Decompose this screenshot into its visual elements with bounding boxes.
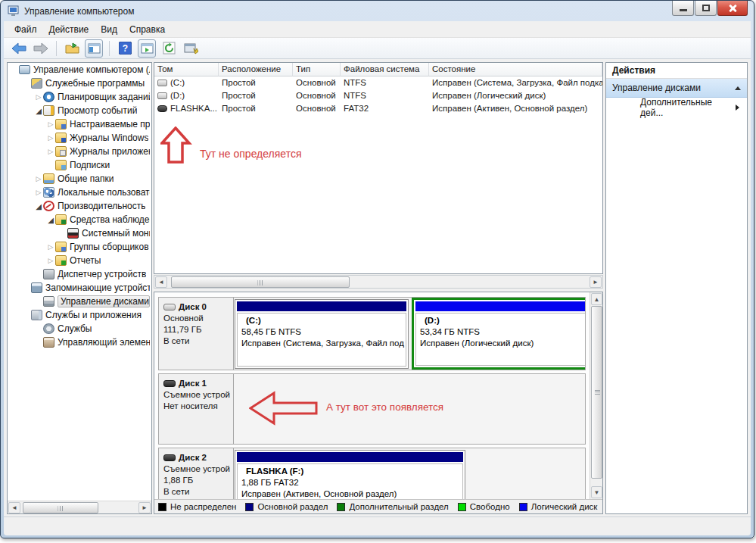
refresh-button[interactable]	[160, 39, 178, 58]
collapse-arrow-icon[interactable]: ◢	[34, 202, 43, 211]
performance-icon	[43, 201, 54, 211]
tree-item-data-collector-sets[interactable]: ▷Группы сборщиков д	[8, 240, 151, 254]
disks-vertical-scrollbar[interactable]: ▲ ▼	[590, 292, 602, 499]
tree-horizontal-scrollbar[interactable]: ◄ ►	[8, 501, 151, 513]
disk-settings-icon	[184, 42, 198, 55]
cell-filesystem: NTFS	[341, 89, 429, 102]
disk0-info[interactable]: Диск 0 Основной 111,79 ГБ В сети	[159, 298, 234, 370]
actions-header: Действия	[606, 63, 747, 79]
toolbar-separator	[56, 41, 57, 56]
tree-item-wmi-control[interactable]: Управляющий элемент V	[8, 335, 151, 349]
event-log-icon	[43, 105, 54, 116]
tree-item-custom-views[interactable]: ▷Настраиваемые пред	[8, 117, 151, 131]
scroll-left-icon[interactable]: ◄	[8, 502, 20, 513]
export-list-icon	[65, 42, 79, 54]
tree-item-disk-management[interactable]: Управление дисками	[8, 295, 151, 308]
partition-c[interactable]: (C:) 58,45 ГБ NTFS Исправен (Система, За…	[235, 299, 409, 369]
column-header-type[interactable]: Тип	[293, 63, 341, 76]
scroll-down-icon[interactable]: ▼	[591, 486, 602, 498]
tree-item-shared-folders[interactable]: ▷Общие папки	[8, 172, 151, 186]
show-console-tree-button[interactable]	[85, 39, 103, 58]
tree-item-services[interactable]: Службы	[8, 322, 151, 335]
wmi-icon	[43, 337, 54, 348]
volume-row-d[interactable]: (D:)	[154, 89, 219, 102]
column-header-layout[interactable]: Расположение	[219, 63, 293, 76]
volume-row-flashka[interactable]: FLASHKA...	[154, 102, 219, 115]
menu-help[interactable]: Справка	[123, 22, 171, 37]
legend-color-swatch	[519, 503, 527, 511]
primary-partition-bar	[237, 452, 463, 462]
tree-item-local-users[interactable]: ▷Локальные пользователи	[8, 186, 151, 199]
actions-more-actions[interactable]: Дополнительные дей...	[606, 98, 747, 117]
scrollbar-thumb[interactable]	[171, 276, 350, 288]
removable-volume-icon	[157, 105, 167, 112]
disk2-row: Диск 2 Съемное устрой 1,88 ГБ В сети FLA…	[158, 448, 586, 500]
volumes-horizontal-scrollbar[interactable]: ◄ ►	[154, 275, 603, 289]
expand-arrow-icon[interactable]: ▷	[34, 189, 43, 196]
back-button[interactable]	[10, 39, 28, 58]
show-console-tree-icon	[88, 43, 101, 54]
computer-icon	[19, 65, 30, 74]
column-header-filesystem[interactable]: Файловая система	[341, 63, 429, 76]
volume-row-c[interactable]: (C:)	[154, 76, 219, 89]
expand-arrow-icon[interactable]: ▷	[46, 120, 55, 128]
tree-item-system-monitor[interactable]: Системный монит	[8, 226, 151, 240]
partition-flashka-f[interactable]: FLASHKA (F:) 1,88 ГБ FAT32 Исправен (Акт…	[235, 450, 465, 500]
tree-item-event-viewer[interactable]: ◢Просмотр событий	[8, 104, 151, 117]
scrollbar-thumb[interactable]	[591, 306, 602, 479]
tree-item-windows-logs[interactable]: ▷Журналы Windows	[8, 131, 151, 145]
column-header-status[interactable]: Состояние	[429, 63, 602, 76]
scroll-up-icon[interactable]: ▲	[591, 293, 602, 305]
tree-item-device-manager[interactable]: Диспетчер устройств	[8, 267, 151, 281]
disk1-info[interactable]: Диск 1 Съемное устрой Нет носителя	[159, 374, 234, 444]
collapse-arrow-icon[interactable]: ◢	[46, 216, 55, 224]
menu-file[interactable]: Файл	[8, 22, 43, 37]
expand-arrow-icon[interactable]: ▷	[46, 257, 55, 264]
menu-action[interactable]: Действие	[43, 22, 95, 37]
maximize-button[interactable]	[695, 1, 717, 16]
help-button[interactable]: ?	[116, 39, 134, 58]
tree-item-system-tools[interactable]: Служебные программы	[8, 76, 151, 90]
column-header-volume[interactable]: Том	[154, 63, 219, 76]
expand-arrow-icon[interactable]: ▷	[46, 243, 55, 251]
expand-arrow-icon[interactable]: ▷	[34, 93, 43, 101]
actions-group-disk-management[interactable]: Управление дисками	[606, 79, 747, 98]
expand-arrow-icon[interactable]: ▷	[34, 175, 43, 183]
show-action-pane-button[interactable]	[138, 39, 156, 58]
basic-disk-icon	[163, 304, 176, 311]
export-list-button[interactable]	[63, 39, 81, 58]
tree-item-task-scheduler[interactable]: ▷Планировщик заданий	[8, 90, 151, 104]
collapse-arrow-icon[interactable]: ◢	[34, 107, 43, 115]
disk2-info[interactable]: Диск 2 Съемное устрой 1,88 ГБ В сети	[159, 448, 234, 499]
legend-color-swatch	[245, 503, 254, 511]
cell-layout: Простой	[219, 89, 293, 102]
disk-settings-button[interactable]	[182, 39, 200, 58]
tools-icon	[31, 78, 42, 89]
scroll-left-icon[interactable]: ◄	[155, 276, 167, 288]
scroll-right-icon[interactable]: ►	[138, 502, 151, 513]
menu-view[interactable]: Вид	[95, 22, 123, 37]
tree-item-monitoring-tools[interactable]: ◢Средства наблюдения	[8, 213, 151, 226]
expand-arrow-icon[interactable]: ▷	[46, 148, 55, 155]
svg-text:?: ?	[122, 43, 127, 54]
close-button[interactable]	[717, 1, 748, 16]
minimize-button[interactable]	[672, 1, 694, 16]
scrollbar-thumb[interactable]	[23, 502, 98, 513]
title-bar[interactable]: Управление компьютером	[1, 1, 754, 21]
folder-filter-icon	[55, 119, 67, 130]
tree-item-computer-management-root[interactable]: Управление компьютером (лока	[8, 63, 151, 76]
tree-item-application-logs[interactable]: ▷Журналы приложени	[8, 145, 151, 158]
expand-arrow-icon[interactable]: ▷	[46, 134, 55, 142]
tree-item-reports[interactable]: ▷Отчеты	[8, 254, 151, 267]
folder-subscriptions-icon	[55, 160, 67, 170]
collapse-up-icon[interactable]	[735, 86, 741, 90]
tree-item-subscriptions[interactable]: Подписки	[8, 158, 151, 172]
folder-reports-icon	[55, 255, 67, 266]
partition-d[interactable]: (D:) 53,34 ГБ NTFS Исправен (Логический …	[412, 298, 586, 370]
system-monitor-icon	[67, 228, 79, 239]
tree-item-services-apps[interactable]: Службы и приложения	[8, 308, 151, 322]
forward-button[interactable]	[32, 39, 50, 58]
tree-item-storage[interactable]: Запоминающие устройства	[8, 281, 151, 295]
scroll-right-icon[interactable]: ►	[590, 276, 602, 288]
tree-item-performance[interactable]: ◢Производительность	[8, 199, 151, 213]
